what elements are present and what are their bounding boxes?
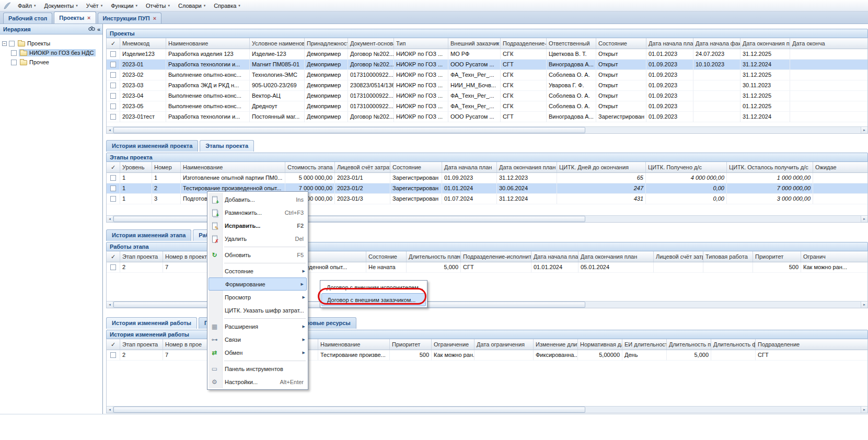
column-header[interactable]: Наименование [181, 162, 285, 172]
column-header[interactable]: Номер в проект [163, 251, 207, 262]
row-checkbox[interactable] [110, 62, 116, 67]
context-menu-item[interactable]: ⇄Обмен▶ [207, 346, 308, 359]
table-row[interactable]: Изделие123Разработка изделия 123Изделие-… [107, 49, 867, 60]
scroll-left-icon[interactable]: ◄ [107, 127, 113, 133]
table-row[interactable]: 11Изготовление опытной партии ПМ0...5 00… [107, 173, 867, 183]
panel-tab[interactable]: Этапы проекта [200, 140, 254, 152]
column-header[interactable]: ЦИТК. Осталось получить д/с [727, 162, 813, 172]
menubar-item[interactable]: Словари▾ [174, 2, 210, 10]
scroll-left-icon[interactable]: ◄ [107, 407, 113, 413]
collapse-sidebar-icon[interactable]: « [97, 26, 100, 32]
tree-item[interactable]: НИОКР по ГОЗ без НДС [0, 48, 102, 57]
column-header[interactable]: ЕИ длительности [622, 339, 667, 350]
row-checkbox[interactable] [110, 175, 116, 181]
column-header[interactable]: Условное наименова [250, 38, 305, 49]
close-icon[interactable]: × [153, 16, 156, 21]
context-menu-item[interactable]: Договор с внешним исполнителем... [320, 282, 427, 293]
column-header[interactable]: Дата окончания план [497, 162, 557, 172]
context-menu-item[interactable]: ⚙Настройки...Alt+Enter [207, 375, 308, 388]
context-menu-item[interactable]: ▦Расширения▶ [207, 320, 308, 333]
column-header[interactable]: Номер в прое [163, 339, 207, 350]
panel-tab[interactable]: История изменений этапа [106, 229, 191, 241]
scrollbar-thumb[interactable] [113, 127, 585, 133]
column-header[interactable]: Дата окончания пл [740, 38, 790, 49]
column-header[interactable]: Стоимость этапа [285, 162, 335, 172]
column-header[interactable]: Состояние [366, 251, 407, 262]
context-menu-item[interactable]: Просмотр▶ [207, 291, 308, 304]
column-header[interactable]: ЦИТК. Получено д/с [646, 162, 727, 172]
table-row[interactable]: 2023-02Выполнение опытно-конс...Технолог… [107, 70, 867, 80]
row-checkbox[interactable] [110, 51, 116, 57]
filter-icon[interactable]: ▼ [496, 42, 499, 45]
column-header[interactable]: Дата начала факт. [693, 38, 740, 49]
scroll-right-icon[interactable]: ► [861, 407, 867, 413]
row-checkbox[interactable] [110, 196, 116, 202]
context-menu-item[interactable]: +Добавить...Ins [207, 193, 308, 206]
horizontal-scrollbar[interactable]: ◄► [107, 406, 867, 413]
table-row[interactable]: 2023-01Разработка технологии и...Магнит … [107, 60, 867, 70]
column-header[interactable]: Огранич [801, 251, 867, 262]
column-header[interactable]: Приоритет [753, 251, 801, 262]
menubar-item[interactable]: Справка▾ [210, 2, 245, 10]
column-header[interactable]: Подразделение-от [501, 38, 547, 49]
column-header[interactable]: ✓ [107, 38, 120, 49]
column-header[interactable]: Длительность фак [711, 339, 756, 350]
column-header[interactable]: Нормативная длит [578, 339, 622, 350]
row-checkbox[interactable] [110, 93, 116, 99]
tree-item[interactable]: −Проекты [0, 39, 102, 48]
column-header[interactable]: Уровень [120, 162, 152, 172]
scroll-left-icon[interactable]: ◄ [107, 302, 113, 308]
column-header[interactable]: Номер [152, 162, 181, 172]
context-menu-item[interactable]: ✗УдалитьDel [207, 232, 308, 245]
row-checkbox[interactable] [110, 83, 116, 88]
window-tab[interactable]: Рабочий стол [3, 13, 52, 24]
column-header[interactable]: Дата начала план. [531, 251, 578, 262]
window-tab[interactable]: Инструкции ПУП× [98, 13, 162, 24]
menubar-item[interactable]: Файл▾ [14, 2, 40, 10]
column-header[interactable]: Подразделение [756, 339, 867, 350]
column-header[interactable]: Состояние [390, 162, 442, 172]
column-header[interactable]: Дата окончания план [578, 251, 654, 262]
search-icon[interactable] [88, 26, 95, 32]
column-header[interactable]: ✓ [107, 162, 120, 172]
context-menu-item[interactable]: +Размножить...Ctrl+F3 [207, 206, 308, 219]
context-menu-item[interactable]: ✎Исправить...F2 [207, 219, 308, 232]
row-checkbox[interactable] [110, 114, 116, 120]
menubar-item[interactable]: Функции▾ [107, 2, 142, 10]
close-icon[interactable]: × [87, 15, 90, 20]
scroll-left-icon[interactable]: ◄ [107, 216, 113, 222]
context-menu-item[interactable]: ▭Панель инструментов [207, 362, 308, 375]
column-header[interactable]: ЦИТК. Дней до окончания [557, 162, 646, 172]
column-header[interactable]: Наименование [318, 339, 390, 350]
scrollbar-thumb[interactable] [113, 216, 585, 222]
scrollbar-thumb[interactable] [113, 407, 585, 413]
window-tab[interactable]: Проекты× [54, 11, 96, 24]
column-header[interactable]: Состояние [596, 38, 646, 49]
column-header[interactable]: Принадлежность [305, 38, 348, 49]
column-header[interactable]: Дата ограничения [474, 339, 534, 350]
context-menu-item[interactable]: ЦИТК. Указать шифр затрат... [207, 304, 308, 317]
tree-item[interactable]: Прочее [0, 57, 102, 67]
menubar-item[interactable]: Учёт▾ [82, 2, 107, 10]
table-row[interactable]: 2023-01тестРазработка технологии и...Пос… [107, 112, 867, 122]
row-checkbox[interactable] [110, 186, 116, 191]
context-menu-item[interactable]: ⊶Связи▶ [207, 333, 308, 346]
scroll-right-icon[interactable]: ► [861, 302, 867, 308]
horizontal-scrollbar[interactable]: ◄► [107, 126, 867, 133]
table-row[interactable]: 2023-04Выполнение опытно-конс...Вектор-А… [107, 91, 867, 101]
filter-icon[interactable]: ▼ [456, 255, 459, 258]
column-header[interactable]: Лицевой счёт затрат [335, 162, 390, 172]
column-header[interactable]: Документ-основан [348, 38, 394, 49]
column-header[interactable]: Дата начала план [442, 162, 497, 172]
tree-checkbox[interactable] [11, 60, 17, 65]
column-header[interactable]: Подразделение-исполнитель. [461, 251, 531, 262]
column-header[interactable]: Приоритет [390, 339, 432, 350]
context-menu-item[interactable]: ↻ОбновитьF5 [207, 248, 308, 261]
column-header[interactable]: Изменение длите [534, 339, 578, 350]
column-header[interactable]: Тип [394, 38, 448, 49]
tree-checkbox[interactable] [11, 50, 17, 56]
scroll-right-icon[interactable]: ► [861, 127, 867, 133]
column-header[interactable]: Внешний заказчик▼ [448, 38, 501, 49]
column-header[interactable]: Дата оконча [790, 38, 867, 49]
context-menu-item[interactable]: Формирование▶ [209, 277, 307, 291]
